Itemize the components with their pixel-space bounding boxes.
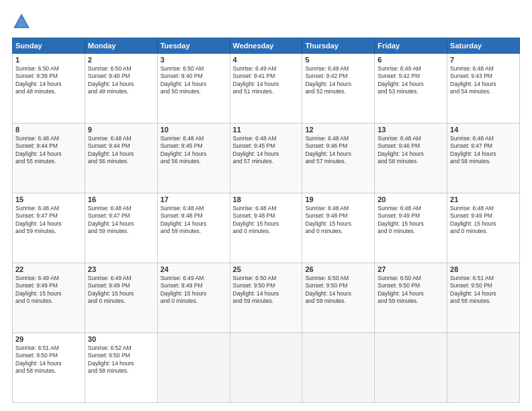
cell-info: Sunrise: 6:50 AM Sunset: 9:39 PM Dayligh…	[15, 65, 82, 96]
page: SundayMondayTuesdayWednesdayThursdayFrid…	[0, 0, 532, 411]
day-number: 12	[305, 126, 371, 134]
day-number: 19	[305, 195, 371, 203]
calendar-cell: 8Sunrise: 6:48 AM Sunset: 9:44 PM Daylig…	[13, 124, 85, 193]
day-number: 18	[233, 195, 300, 203]
day-number: 16	[88, 195, 154, 203]
calendar-cell: 29Sunrise: 6:51 AM Sunset: 9:50 PM Dayli…	[13, 333, 85, 403]
cell-info: Sunrise: 6:51 AM Sunset: 9:50 PM Dayligh…	[450, 275, 517, 306]
day-number: 14	[450, 126, 517, 134]
calendar-cell: 4Sunrise: 6:49 AM Sunset: 9:41 PM Daylig…	[230, 54, 302, 124]
col-header-friday: Friday	[375, 38, 447, 54]
calendar-week-row: 1Sunrise: 6:50 AM Sunset: 9:39 PM Daylig…	[13, 54, 520, 124]
calendar-week-row: 29Sunrise: 6:51 AM Sunset: 9:50 PM Dayli…	[13, 333, 520, 403]
cell-info: Sunrise: 6:52 AM Sunset: 9:50 PM Dayligh…	[88, 345, 154, 375]
day-number: 28	[450, 265, 517, 273]
calendar-cell	[447, 333, 520, 403]
calendar-week-row: 8Sunrise: 6:48 AM Sunset: 9:44 PM Daylig…	[13, 124, 520, 193]
calendar-cell: 28Sunrise: 6:51 AM Sunset: 9:50 PM Dayli…	[447, 263, 520, 333]
calendar-cell: 18Sunrise: 6:48 AM Sunset: 9:48 PM Dayli…	[230, 193, 302, 263]
calendar-cell: 5Sunrise: 6:49 AM Sunset: 9:42 PM Daylig…	[302, 54, 375, 124]
calendar-cell: 26Sunrise: 6:50 AM Sunset: 9:50 PM Dayli…	[302, 263, 375, 333]
day-number: 24	[161, 265, 227, 273]
calendar-cell: 19Sunrise: 6:48 AM Sunset: 9:48 PM Dayli…	[302, 193, 375, 263]
cell-info: Sunrise: 6:50 AM Sunset: 9:50 PM Dayligh…	[233, 275, 300, 306]
col-header-monday: Monday	[85, 38, 157, 54]
calendar-cell	[230, 333, 302, 403]
calendar-cell	[375, 333, 447, 403]
logo-icon	[12, 12, 31, 31]
day-number: 15	[15, 195, 82, 203]
day-number: 23	[88, 265, 154, 273]
cell-info: Sunrise: 6:48 AM Sunset: 9:45 PM Dayligh…	[233, 135, 300, 166]
day-number: 26	[305, 265, 371, 273]
calendar-cell: 24Sunrise: 6:49 AM Sunset: 9:49 PM Dayli…	[157, 263, 230, 333]
calendar-cell: 11Sunrise: 6:48 AM Sunset: 9:45 PM Dayli…	[230, 124, 302, 193]
cell-info: Sunrise: 6:48 AM Sunset: 9:46 PM Dayligh…	[305, 135, 371, 166]
calendar-cell: 1Sunrise: 6:50 AM Sunset: 9:39 PM Daylig…	[13, 54, 85, 124]
calendar-cell: 16Sunrise: 6:48 AM Sunset: 9:47 PM Dayli…	[85, 193, 157, 263]
calendar-cell: 30Sunrise: 6:52 AM Sunset: 9:50 PM Dayli…	[85, 333, 157, 403]
cell-info: Sunrise: 6:50 AM Sunset: 9:50 PM Dayligh…	[305, 275, 371, 306]
calendar-cell: 23Sunrise: 6:49 AM Sunset: 9:49 PM Dayli…	[85, 263, 157, 333]
day-number: 17	[161, 195, 227, 203]
calendar-cell: 9Sunrise: 6:48 AM Sunset: 9:44 PM Daylig…	[85, 124, 157, 193]
cell-info: Sunrise: 6:48 AM Sunset: 9:43 PM Dayligh…	[450, 65, 517, 96]
calendar-header-row: SundayMondayTuesdayWednesdayThursdayFrid…	[13, 38, 520, 54]
cell-info: Sunrise: 6:48 AM Sunset: 9:48 PM Dayligh…	[305, 205, 371, 236]
day-number: 3	[161, 56, 227, 64]
cell-info: Sunrise: 6:48 AM Sunset: 9:49 PM Dayligh…	[450, 205, 517, 236]
calendar-cell: 13Sunrise: 6:48 AM Sunset: 9:46 PM Dayli…	[375, 124, 447, 193]
cell-info: Sunrise: 6:50 AM Sunset: 9:40 PM Dayligh…	[88, 65, 154, 96]
col-header-wednesday: Wednesday	[230, 38, 302, 54]
calendar-cell: 7Sunrise: 6:48 AM Sunset: 9:43 PM Daylig…	[447, 54, 520, 124]
calendar-cell: 10Sunrise: 6:48 AM Sunset: 9:45 PM Dayli…	[157, 124, 230, 193]
cell-info: Sunrise: 6:48 AM Sunset: 9:47 PM Dayligh…	[450, 135, 517, 166]
day-number: 20	[378, 195, 444, 203]
calendar-cell	[157, 333, 230, 403]
cell-info: Sunrise: 6:48 AM Sunset: 9:49 PM Dayligh…	[378, 205, 444, 236]
day-number: 11	[233, 126, 300, 134]
cell-info: Sunrise: 6:48 AM Sunset: 9:47 PM Dayligh…	[15, 205, 82, 236]
day-number: 10	[161, 126, 227, 134]
cell-info: Sunrise: 6:49 AM Sunset: 9:49 PM Dayligh…	[15, 275, 82, 306]
day-number: 13	[378, 126, 444, 134]
cell-info: Sunrise: 6:48 AM Sunset: 9:46 PM Dayligh…	[378, 135, 444, 166]
day-number: 2	[88, 56, 154, 64]
calendar-cell: 12Sunrise: 6:48 AM Sunset: 9:46 PM Dayli…	[302, 124, 375, 193]
day-number: 25	[233, 265, 300, 273]
cell-info: Sunrise: 6:49 AM Sunset: 9:42 PM Dayligh…	[378, 65, 444, 96]
calendar-cell	[302, 333, 375, 403]
day-number: 7	[450, 56, 517, 64]
cell-info: Sunrise: 6:50 AM Sunset: 9:40 PM Dayligh…	[161, 65, 227, 96]
col-header-saturday: Saturday	[447, 38, 520, 54]
cell-info: Sunrise: 6:48 AM Sunset: 9:44 PM Dayligh…	[88, 135, 154, 166]
cell-info: Sunrise: 6:48 AM Sunset: 9:47 PM Dayligh…	[88, 205, 154, 236]
calendar-week-row: 22Sunrise: 6:49 AM Sunset: 9:49 PM Dayli…	[13, 263, 520, 333]
day-number: 9	[88, 126, 154, 134]
day-number: 8	[15, 126, 82, 134]
calendar-cell: 15Sunrise: 6:48 AM Sunset: 9:47 PM Dayli…	[13, 193, 85, 263]
cell-info: Sunrise: 6:48 AM Sunset: 9:44 PM Dayligh…	[15, 135, 82, 166]
col-header-tuesday: Tuesday	[157, 38, 230, 54]
calendar-cell: 17Sunrise: 6:48 AM Sunset: 9:48 PM Dayli…	[157, 193, 230, 263]
cell-info: Sunrise: 6:49 AM Sunset: 9:49 PM Dayligh…	[88, 275, 154, 306]
calendar-cell: 14Sunrise: 6:48 AM Sunset: 9:47 PM Dayli…	[447, 124, 520, 193]
calendar-week-row: 15Sunrise: 6:48 AM Sunset: 9:47 PM Dayli…	[13, 193, 520, 263]
calendar-cell: 3Sunrise: 6:50 AM Sunset: 9:40 PM Daylig…	[157, 54, 230, 124]
logo	[12, 12, 34, 31]
col-header-thursday: Thursday	[302, 38, 375, 54]
calendar-cell: 2Sunrise: 6:50 AM Sunset: 9:40 PM Daylig…	[85, 54, 157, 124]
cell-info: Sunrise: 6:49 AM Sunset: 9:41 PM Dayligh…	[233, 65, 300, 96]
cell-info: Sunrise: 6:48 AM Sunset: 9:48 PM Dayligh…	[161, 205, 227, 236]
cell-info: Sunrise: 6:48 AM Sunset: 9:45 PM Dayligh…	[161, 135, 227, 166]
day-number: 21	[450, 195, 517, 203]
day-number: 22	[15, 265, 82, 273]
header	[12, 12, 520, 31]
day-number: 5	[305, 56, 371, 64]
day-number: 1	[15, 56, 82, 64]
cell-info: Sunrise: 6:50 AM Sunset: 9:50 PM Dayligh…	[378, 275, 444, 306]
cell-info: Sunrise: 6:49 AM Sunset: 9:49 PM Dayligh…	[161, 275, 227, 306]
cell-info: Sunrise: 6:48 AM Sunset: 9:48 PM Dayligh…	[233, 205, 300, 236]
day-number: 6	[378, 56, 444, 64]
day-number: 27	[378, 265, 444, 273]
